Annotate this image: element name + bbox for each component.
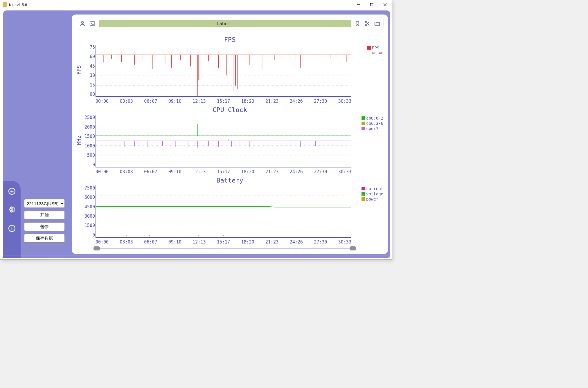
maximize-button[interactable]	[365, 0, 378, 9]
battery-yticks: 750060004500300015000	[83, 185, 95, 238]
bookmark-icon[interactable]	[354, 20, 361, 27]
fps-chart[interactable]: FPS FPS 756045301500	[76, 35, 383, 105]
range-handle-left[interactable]	[93, 246, 100, 250]
card-toolbar: label1	[76, 17, 383, 30]
svg-point-14	[365, 21, 367, 23]
minimize-button[interactable]	[352, 0, 365, 9]
cpu-plot	[96, 115, 351, 167]
pause-button[interactable]: 暂停	[24, 222, 65, 231]
folder-icon[interactable]	[374, 20, 380, 27]
scissors-icon[interactable]	[364, 20, 371, 27]
svg-point-7	[11, 209, 13, 210]
legend-swatch	[367, 46, 371, 50]
terminal-icon[interactable]	[89, 20, 96, 27]
app-icon	[3, 2, 7, 7]
app-window: Kite-v1.5.6	[0, 0, 392, 260]
battery-xticks: 00:0003:0306:0709:1012:1315:1718:2021:23…	[96, 239, 351, 245]
add-button[interactable]	[8, 187, 16, 196]
settings-button[interactable]	[8, 206, 16, 215]
window-h-scrollbar[interactable]: ‹ ›	[0, 255, 392, 260]
save-button[interactable]: 保存数据	[24, 234, 65, 243]
scroll-right-icon[interactable]: ›	[389, 256, 390, 259]
fps-xticks: 00:0003:0306:0709:1012:1315:1718:2021:23…	[96, 99, 351, 104]
left-rail	[3, 181, 21, 258]
window-title: Kite-v1.5.6	[9, 3, 27, 7]
battery-legend: current voltage power	[362, 186, 383, 202]
battery-plot	[96, 185, 351, 238]
cpu-chart[interactable]: CPU Clock MHz 25002000150010005000	[76, 105, 383, 175]
label-field[interactable]: label1	[99, 20, 351, 27]
fps-plot	[96, 45, 351, 97]
charts-area: FPS FPS 756045301500	[76, 35, 383, 246]
start-button[interactable]: 开始	[24, 211, 65, 219]
svg-rect-1	[371, 3, 373, 6]
scroll-left-icon[interactable]: ‹	[2, 256, 3, 259]
cpu-xticks: 00:0003:0306:0709:1012:1315:1718:2021:23…	[96, 169, 351, 174]
user-icon[interactable]	[79, 20, 86, 27]
content-card: label1 FPS FPS 756045301500	[72, 15, 388, 254]
svg-rect-12	[90, 22, 95, 26]
svg-point-10	[12, 227, 12, 227]
battery-chart[interactable]: Battery 750060004500300015000	[76, 176, 383, 246]
time-range-slider[interactable]	[93, 245, 356, 252]
side-controls: 2211133C(USB) 开始 暂停 保存数据	[24, 199, 65, 243]
main-panel: 2211133C(USB) 开始 暂停 保存数据 label1	[3, 10, 390, 258]
svg-point-11	[81, 21, 83, 24]
close-button[interactable]	[378, 0, 392, 9]
info-button[interactable]	[8, 225, 16, 233]
cpu-legend: cpu:0-2 cpu:3-6 cpu:7	[362, 116, 383, 131]
svg-point-15	[365, 24, 367, 26]
fps-yticks: 756045301500	[83, 45, 95, 97]
cpu-yticks: 25002000150010005000	[83, 115, 95, 167]
titlebar[interactable]: Kite-v1.5.6	[0, 0, 392, 9]
device-select[interactable]: 2211133C(USB)	[24, 199, 65, 208]
fps-legend: FPS 60.40	[367, 45, 383, 56]
range-handle-right[interactable]	[350, 246, 356, 250]
